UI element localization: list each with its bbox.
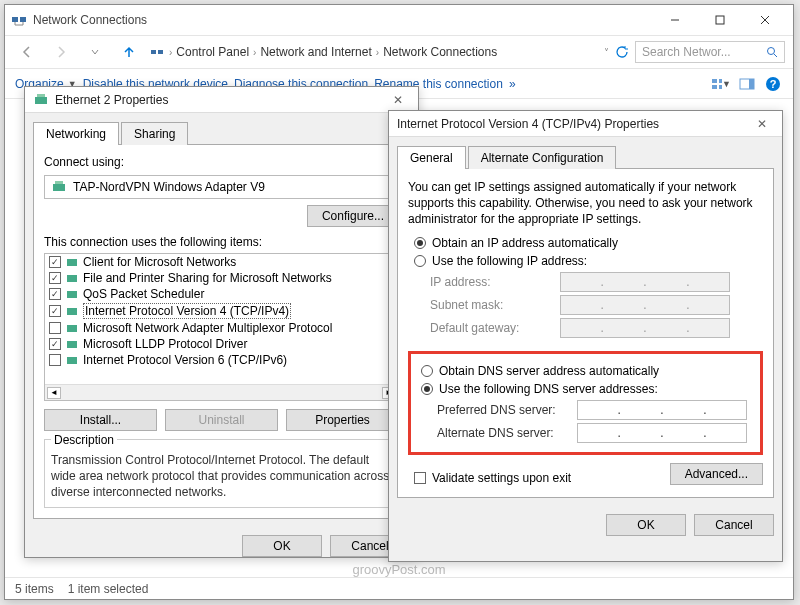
configure-button[interactable]: Configure...: [307, 205, 399, 227]
maximize-button[interactable]: [697, 6, 742, 34]
svg-rect-27: [67, 341, 77, 348]
svg-rect-19: [37, 94, 45, 97]
alternate-dns-input[interactable]: ...: [577, 423, 747, 443]
preferred-dns-row: Preferred DNS server: ...: [437, 400, 756, 420]
breadcrumb-icon: [149, 44, 165, 60]
minimize-button[interactable]: [652, 6, 697, 34]
checkbox-icon[interactable]: ✓: [49, 288, 61, 300]
list-item[interactable]: Internet Protocol Version 6 (TCP/IPv6): [45, 352, 398, 368]
status-bar: 5 items 1 item selected: [5, 577, 793, 599]
description-text: Transmission Control Protocol/Internet P…: [51, 452, 392, 501]
list-item[interactable]: ✓File and Printer Sharing for Microsoft …: [45, 270, 398, 286]
svg-rect-26: [67, 325, 77, 332]
close-button[interactable]: ✕: [750, 117, 774, 131]
breadcrumb-item[interactable]: Network and Internet: [260, 45, 371, 59]
ip-manual-radio[interactable]: Use the following IP address:: [414, 254, 763, 268]
history-dropdown[interactable]: ˅: [604, 47, 609, 58]
general-tab-panel: You can get IP settings assigned automat…: [397, 168, 774, 498]
list-item[interactable]: Microsoft Network Adapter Multiplexor Pr…: [45, 320, 398, 336]
item-label: Microsoft Network Adapter Multiplexor Pr…: [83, 321, 332, 335]
protocol-icon: [65, 255, 79, 269]
ok-button[interactable]: OK: [242, 535, 322, 557]
search-input[interactable]: Search Networ...: [635, 41, 785, 63]
more-commands[interactable]: »: [509, 77, 516, 91]
tab-sharing[interactable]: Sharing: [121, 122, 188, 145]
checkbox-icon[interactable]: ✓: [49, 338, 61, 350]
alternate-dns-label: Alternate DNS server:: [437, 426, 577, 440]
advanced-button[interactable]: Advanced...: [670, 463, 763, 485]
checkbox-icon[interactable]: [49, 322, 61, 334]
ok-button[interactable]: OK: [606, 514, 686, 536]
up-button[interactable]: [115, 38, 143, 66]
protocol-icon: [65, 321, 79, 335]
close-button[interactable]: ✕: [386, 93, 410, 107]
preview-pane-icon[interactable]: [737, 74, 757, 94]
svg-line-9: [774, 54, 777, 57]
search-label: Search Networ...: [642, 45, 731, 59]
networking-tab-panel: Connect using: TAP-NordVPN Windows Adapt…: [33, 144, 410, 519]
svg-rect-23: [67, 275, 77, 282]
item-label: File and Printer Sharing for Microsoft N…: [83, 271, 332, 285]
svg-rect-24: [67, 291, 77, 298]
preferred-dns-input[interactable]: ...: [577, 400, 747, 420]
protocol-icon: [65, 271, 79, 285]
subnet-label: Subnet mask:: [430, 298, 560, 312]
radio-icon: [421, 365, 433, 377]
subnet-row: Subnet mask: ...: [430, 295, 763, 315]
ip-address-input: ...: [560, 272, 730, 292]
list-item[interactable]: ✓QoS Packet Scheduler: [45, 286, 398, 302]
properties-button[interactable]: Properties: [286, 409, 399, 431]
dns-manual-radio[interactable]: Use the following DNS server addresses:: [421, 382, 756, 396]
checkbox-icon[interactable]: ✓: [49, 305, 61, 317]
forward-button[interactable]: [47, 38, 75, 66]
gateway-label: Default gateway:: [430, 321, 560, 335]
dns-auto-radio[interactable]: Obtain DNS server address automatically: [421, 364, 756, 378]
list-item[interactable]: ✓Internet Protocol Version 4 (TCP/IPv4): [45, 302, 398, 320]
breadcrumb-item[interactable]: Network Connections: [383, 45, 497, 59]
back-button[interactable]: [13, 38, 41, 66]
nav-bar: › Control Panel › Network and Internet ›…: [5, 35, 793, 69]
svg-rect-22: [67, 259, 77, 266]
recent-dropdown[interactable]: [81, 38, 109, 66]
description-label: Description: [51, 433, 117, 447]
list-item[interactable]: ✓Client for Microsoft Networks: [45, 254, 398, 270]
install-button[interactable]: Install...: [44, 409, 157, 431]
ip-auto-radio[interactable]: Obtain an IP address automatically: [414, 236, 763, 250]
refresh-button[interactable]: [615, 45, 629, 59]
item-label: Internet Protocol Version 6 (TCP/IPv6): [83, 353, 287, 367]
list-item[interactable]: ✓Microsoft LLDP Protocol Driver: [45, 336, 398, 352]
chevron-right-icon: ›: [376, 47, 379, 58]
subnet-input: ...: [560, 295, 730, 315]
scroll-left-button[interactable]: ◄: [47, 387, 61, 399]
tab-alternate[interactable]: Alternate Configuration: [468, 146, 617, 169]
adapter-icon: [33, 92, 49, 108]
svg-rect-0: [12, 17, 18, 22]
horizontal-scrollbar[interactable]: ◄ ►: [45, 384, 398, 400]
connection-items-list[interactable]: ✓Client for Microsoft Networks✓File and …: [44, 253, 399, 401]
help-text: You can get IP settings assigned automat…: [408, 179, 763, 228]
protocol-icon: [65, 337, 79, 351]
adapter-icon: [51, 179, 67, 195]
cancel-button[interactable]: Cancel: [694, 514, 774, 536]
breadcrumb[interactable]: › Control Panel › Network and Internet ›…: [149, 44, 598, 60]
tab-networking[interactable]: Networking: [33, 122, 119, 145]
ip-address-label: IP address:: [430, 275, 560, 289]
alternate-dns-row: Alternate DNS server: ...: [437, 423, 756, 443]
chevron-right-icon: ›: [169, 47, 172, 58]
close-button[interactable]: [742, 6, 787, 34]
tab-general[interactable]: General: [397, 146, 466, 169]
validate-checkbox[interactable]: Validate settings upon exit: [414, 471, 571, 485]
checkbox-icon[interactable]: [49, 354, 61, 366]
svg-text:?: ?: [770, 78, 777, 90]
adapter-name: TAP-NordVPN Windows Adapter V9: [73, 180, 265, 194]
view-options-icon[interactable]: ▼: [711, 74, 731, 94]
checkbox-icon[interactable]: ✓: [49, 256, 61, 268]
checkbox-icon[interactable]: ✓: [49, 272, 61, 284]
item-label: Client for Microsoft Networks: [83, 255, 236, 269]
dialog-titlebar: Ethernet 2 Properties ✕: [25, 87, 418, 113]
connect-using-label: Connect using:: [44, 155, 399, 169]
breadcrumb-item[interactable]: Control Panel: [176, 45, 249, 59]
protocol-icon: [65, 353, 79, 367]
help-icon[interactable]: ?: [763, 74, 783, 94]
tab-bar: General Alternate Configuration: [397, 145, 774, 168]
